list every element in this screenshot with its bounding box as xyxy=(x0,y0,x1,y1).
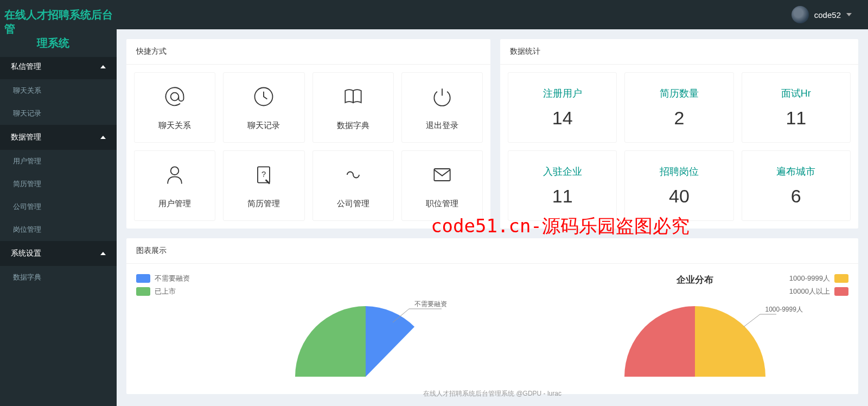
chart-right-legend: 1000-9999人10000人以上 xyxy=(789,274,848,296)
brand-line2: 理系统 xyxy=(4,36,117,50)
shortcut-mail[interactable]: 职位管理 xyxy=(401,150,483,221)
legend-label: 不需要融资 xyxy=(155,274,190,283)
shortcut-book[interactable]: 数据字典 xyxy=(312,72,394,143)
sidebar: 主页 私信管理 聊天关系 聊天记录 数据管理 用户管理 简历管理 公司管理 岗位… xyxy=(0,29,117,406)
svg-point-0 xyxy=(171,92,179,100)
legend-swatch xyxy=(136,274,150,283)
stat-value: 11 xyxy=(552,186,573,207)
sidebar-section-data[interactable]: 数据管理 xyxy=(0,125,117,150)
stats-title: 数据统计 xyxy=(500,39,858,65)
brand-line1: 在线人才招聘系统后台管 xyxy=(4,9,113,35)
mail-icon xyxy=(430,163,454,189)
shortcuts-panel: 快捷方式 聊天关系聊天记录数据字典退出登录用户管理?简历管理公司管理职位管理 xyxy=(126,39,490,229)
sidebar-section-label: 系统设置 xyxy=(11,249,41,258)
stat-value: 40 xyxy=(669,186,690,207)
stat-value: 11 xyxy=(786,107,806,129)
shortcut-clock[interactable]: 聊天记录 xyxy=(223,72,304,143)
book-icon xyxy=(341,85,365,111)
sidebar-section-label: 私信管理 xyxy=(11,62,41,72)
svg-rect-5 xyxy=(434,169,450,181)
svg-point-2 xyxy=(171,167,179,175)
sidebar-item-chat-relation[interactable]: 聊天关系 xyxy=(0,79,117,102)
topbar: code52 xyxy=(0,0,868,29)
sidebar-section-messages[interactable]: 私信管理 xyxy=(0,54,117,79)
sidebar-item-chat-log[interactable]: 聊天记录 xyxy=(0,102,117,125)
shortcut-infinity[interactable]: 公司管理 xyxy=(312,150,394,221)
stat-value: 2 xyxy=(674,107,685,129)
user-icon xyxy=(163,163,187,189)
avatar xyxy=(792,6,809,23)
doc-icon: ? xyxy=(252,163,276,189)
shortcut-user[interactable]: 用户管理 xyxy=(134,150,215,221)
legend-label: 1000-9999人 xyxy=(789,274,830,283)
sidebar-item-company-mgmt[interactable]: 公司管理 xyxy=(0,195,117,218)
shortcut-label: 简历管理 xyxy=(247,199,280,209)
stat-card: 遍布城市6 xyxy=(742,150,851,221)
chart-left-legend: 不需要融资已上市 xyxy=(136,274,190,384)
shortcut-label: 数据字典 xyxy=(337,120,369,131)
chart-left-callout: 不需要融资 xyxy=(414,300,447,309)
chart-right-callout: 1000-9999人 xyxy=(765,305,803,314)
brand-logo: 在线人才招聘系统后台管 理系统 xyxy=(0,0,117,57)
stat-card: 注册用户14 xyxy=(508,72,617,143)
sidebar-item-user-mgmt[interactable]: 用户管理 xyxy=(0,150,117,173)
shortcut-label: 公司管理 xyxy=(337,199,369,209)
shortcuts-title: 快捷方式 xyxy=(126,39,490,65)
stat-title: 注册用户 xyxy=(543,87,582,100)
legend-swatch xyxy=(136,287,150,296)
chevron-up-icon xyxy=(100,65,106,68)
svg-line-8 xyxy=(744,314,760,327)
legend-item: 1000-9999人 xyxy=(789,274,848,283)
legend-swatch xyxy=(834,274,848,283)
shortcut-label: 退出登录 xyxy=(426,120,458,131)
sidebar-section-system[interactable]: 系统设置 xyxy=(0,241,117,266)
stats-panel: 数据统计 注册用户14简历数量2面试Hr11入驻企业11招聘岗位40遍布城市6 xyxy=(500,39,858,229)
caret-down-icon xyxy=(846,13,852,16)
power-icon xyxy=(430,85,454,111)
stat-card: 简历数量2 xyxy=(624,72,733,143)
stat-value: 6 xyxy=(791,186,801,207)
sidebar-section-label: 数据管理 xyxy=(11,132,41,142)
sidebar-item-resume-mgmt[interactable]: 简历管理 xyxy=(0,173,117,195)
main-content: 快捷方式 聊天关系聊天记录数据字典退出登录用户管理?简历管理公司管理职位管理 数… xyxy=(117,29,868,406)
shortcut-label: 职位管理 xyxy=(426,199,458,209)
stat-title: 招聘岗位 xyxy=(660,165,699,178)
shortcut-power[interactable]: 退出登录 xyxy=(401,72,483,143)
shortcut-doc[interactable]: ?简历管理 xyxy=(223,150,304,221)
at-icon xyxy=(163,85,187,111)
stat-card: 招聘岗位40 xyxy=(624,150,733,221)
sidebar-item-position-mgmt[interactable]: 岗位管理 xyxy=(0,218,117,241)
shortcut-at[interactable]: 聊天关系 xyxy=(134,72,215,143)
stat-title: 简历数量 xyxy=(660,87,699,100)
footer-text: 在线人才招聘系统后台管理系统 @GDPU - lurac xyxy=(117,389,868,398)
legend-label: 已上市 xyxy=(155,287,176,296)
legend-label: 10000人以上 xyxy=(789,287,830,296)
legend-item: 已上市 xyxy=(136,287,190,296)
stat-title: 遍布城市 xyxy=(776,165,815,178)
legend-item: 10000人以上 xyxy=(789,287,848,296)
stat-card: 入驻企业11 xyxy=(508,150,617,221)
user-menu[interactable]: code52 xyxy=(792,6,852,23)
clock-icon xyxy=(252,85,276,111)
chevron-up-icon xyxy=(100,252,106,255)
legend-swatch xyxy=(834,287,848,296)
stat-card: 面试Hr11 xyxy=(742,72,851,143)
chart-right-title: 企业分布 xyxy=(676,274,713,286)
stat-value: 14 xyxy=(552,107,573,129)
stat-title: 入驻企业 xyxy=(543,165,582,178)
chart-left: 不需要融资 xyxy=(212,274,519,384)
username-label: code52 xyxy=(814,10,841,20)
shortcut-label: 用户管理 xyxy=(158,199,191,209)
shortcut-label: 聊天记录 xyxy=(247,120,280,131)
sidebar-item-dictionary[interactable]: 数据字典 xyxy=(0,266,117,289)
svg-text:?: ? xyxy=(261,169,266,178)
charts-panel: 图表展示 不需要融资已上市 不需要融资 企业分布 xyxy=(126,238,858,394)
charts-title: 图表展示 xyxy=(126,238,858,264)
shortcut-label: 聊天关系 xyxy=(158,120,191,131)
stat-title: 面试Hr xyxy=(781,87,811,100)
infinity-icon xyxy=(341,163,365,189)
chevron-up-icon xyxy=(100,136,106,139)
legend-item: 不需要融资 xyxy=(136,274,190,283)
